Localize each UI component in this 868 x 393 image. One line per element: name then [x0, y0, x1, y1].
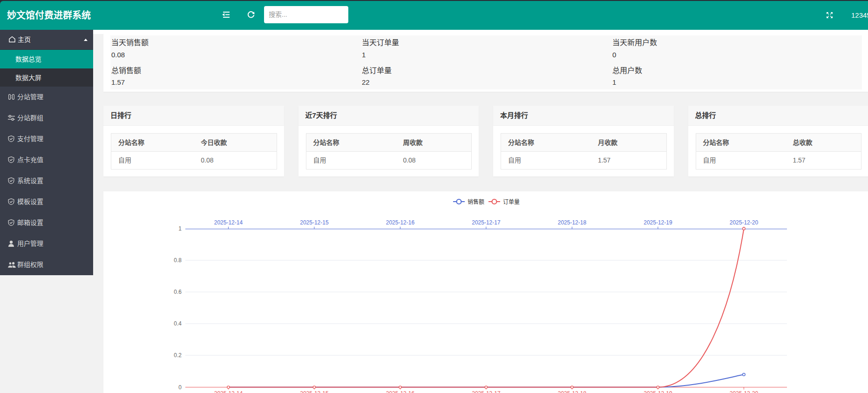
svg-text:2025-12-17: 2025-12-17: [472, 219, 501, 226]
svg-text:2025-12-16: 2025-12-16: [386, 390, 415, 393]
svg-text:销售额: 销售额: [468, 198, 484, 205]
svg-text:2025-12-19: 2025-12-19: [644, 390, 672, 393]
svg-text:0.4: 0.4: [174, 320, 182, 327]
svg-text:0: 0: [178, 384, 182, 391]
svg-text:0.8: 0.8: [174, 257, 182, 264]
svg-text:2025-12-18: 2025-12-18: [558, 390, 587, 393]
svg-text:2025-12-20: 2025-12-20: [730, 219, 759, 226]
svg-text:2025-12-17: 2025-12-17: [472, 390, 501, 393]
svg-text:0.6: 0.6: [174, 289, 182, 295]
svg-text:1: 1: [178, 225, 182, 232]
svg-text:2025-12-14: 2025-12-14: [214, 390, 243, 393]
svg-text:0.2: 0.2: [174, 352, 182, 359]
svg-text:2025-12-15: 2025-12-15: [300, 390, 329, 393]
svg-text:2025-12-19: 2025-12-19: [644, 219, 672, 226]
svg-text:2025-12-16: 2025-12-16: [386, 219, 415, 226]
svg-text:订单量: 订单量: [503, 199, 520, 205]
svg-text:2025-12-14: 2025-12-14: [214, 219, 243, 226]
svg-text:2025-12-18: 2025-12-18: [558, 219, 587, 226]
svg-text:2025-12-15: 2025-12-15: [300, 219, 329, 226]
svg-text:2025-12-20: 2025-12-20: [730, 390, 759, 393]
